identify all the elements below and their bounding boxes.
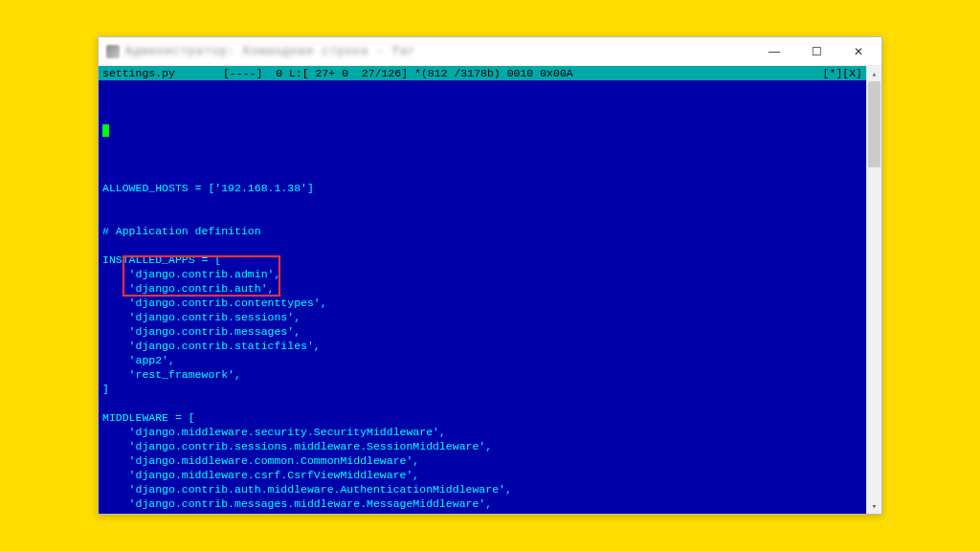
code-line	[102, 396, 862, 410]
titlebar-left: Администратор: Командная строка - far	[106, 45, 415, 58]
code-line: 'django.middleware.common.CommonMiddlewa…	[102, 453, 862, 468]
code-line: 'django.contrib.messages',	[102, 324, 862, 339]
terminal-inner: settings.py [----] 0 L:[ 27+ 0 27/126] *…	[99, 66, 866, 514]
code-line: MIDDLEWARE = [	[102, 410, 862, 425]
editor-statusline: settings.py [----] 0 L:[ 27+ 0 27/126] *…	[99, 66, 866, 80]
code-line: 'django.middleware.security.SecurityMidd…	[102, 425, 862, 439]
code-line: 'django.contrib.sessions',	[102, 310, 862, 324]
app-icon	[106, 45, 120, 58]
code-line	[102, 209, 862, 224]
scrollbar[interactable]: ▴ ▾	[866, 66, 881, 514]
scroll-up-icon[interactable]: ▴	[867, 66, 881, 81]
status-filename: settings.py	[102, 66, 175, 80]
status-right: [*][X]	[823, 66, 862, 80]
app-window: Администратор: Командная строка - far — …	[98, 36, 882, 515]
window-title: Администратор: Командная строка - far	[125, 45, 415, 58]
cursor	[102, 124, 109, 137]
code-line: 'django.contrib.staticfiles',	[102, 339, 862, 353]
titlebar: Администратор: Командная строка - far — …	[99, 37, 881, 66]
code-line	[102, 238, 862, 253]
scroll-thumb[interactable]	[868, 81, 880, 167]
maximize-button[interactable]: ☐	[795, 38, 837, 65]
code-line: 'django.middleware.clickjacking.XFrameOp…	[102, 511, 862, 514]
code-line: 'django.contrib.sessions.middleware.Sess…	[102, 439, 862, 453]
code-line: ALLOWED_HOSTS = ['192.168.1.38']	[102, 181, 862, 195]
scroll-track[interactable]	[867, 81, 881, 498]
code-line: 'django.contrib.contenttypes',	[102, 296, 862, 310]
code-line	[102, 195, 862, 209]
code-line: # Application definition	[102, 224, 862, 238]
code-line: 'rest_framework',	[102, 367, 862, 382]
code-line: 'django.middleware.csrf.CsrfViewMiddlewa…	[102, 468, 862, 482]
code-line: 'django.contrib.messages.middleware.Mess…	[102, 496, 862, 511]
code-line: INSTALLED_APPS = [	[102, 253, 862, 267]
code-line: 'django.contrib.auth',	[102, 281, 862, 296]
code-line	[102, 123, 862, 138]
window-controls: — ☐ ✕	[753, 38, 880, 65]
code-line: 'django.contrib.auth.middleware.Authenti…	[102, 482, 862, 496]
minimize-button[interactable]: —	[753, 38, 795, 65]
code-line: 'app2',	[102, 353, 862, 367]
status-info: [----] 0 L:[ 27+ 0 27/126] *(812 /3178b)…	[223, 66, 823, 80]
scroll-down-icon[interactable]: ▾	[867, 498, 881, 514]
editor-area[interactable]: ALLOWED_HOSTS = ['192.168.1.38']# Applic…	[99, 80, 866, 514]
terminal: settings.py [----] 0 L:[ 27+ 0 27/126] *…	[99, 66, 881, 514]
code-line: 'django.contrib.admin',	[102, 267, 862, 281]
code-line: ]	[102, 382, 862, 396]
close-button[interactable]: ✕	[837, 38, 880, 65]
